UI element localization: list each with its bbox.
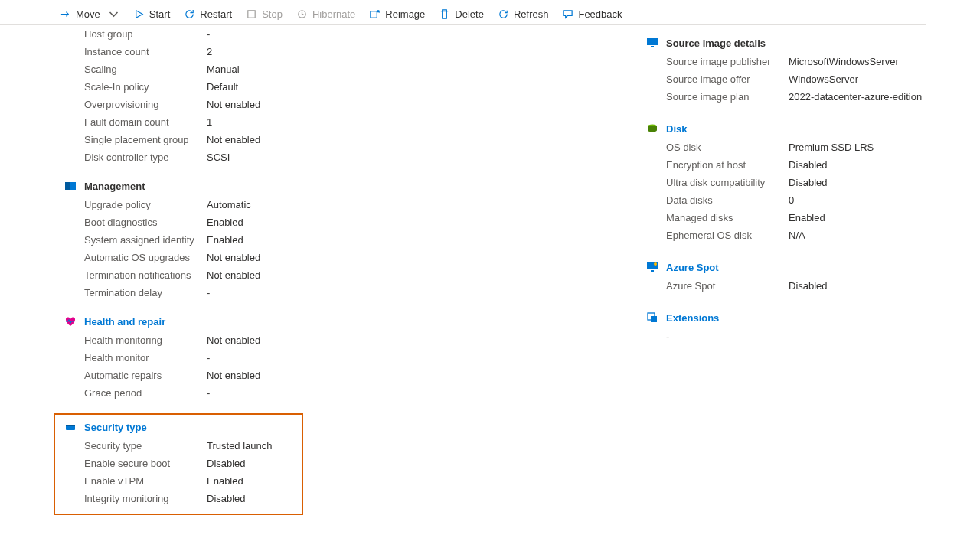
hibernate-icon [296,8,308,20]
right-column: Source image details Source image publis… [646,25,952,515]
section-title: Azure Spot [666,262,719,273]
management-icon [64,180,77,192]
svg-point-12 [654,262,657,266]
kv-row: Single placement groupNot enabled [64,131,616,148]
section-security[interactable]: Security type [64,421,292,433]
start-button[interactable]: Start [133,8,170,20]
svg-rect-4 [65,182,70,190]
move-icon [60,8,71,20]
stop-button: Stop [246,8,283,20]
kv-row: Azure SpotDisabled [646,277,952,295]
section-source-image: Source image details [646,37,952,49]
disk-icon [646,122,658,135]
security-icon [64,421,77,433]
content-columns: Host group- Instance count2 ScalingManua… [0,25,980,515]
kv-row: Health monitor- [64,349,616,367]
kv-row: Automatic OS upgradesNot enabled [64,249,616,266]
kv-row: Source image publisherMicrosoftWindowsSe… [646,53,952,70]
svg-rect-8 [651,46,654,47]
feedback-button[interactable]: Feedback [562,8,622,20]
kv-row: Instance count2 [64,43,616,60]
section-extensions[interactable]: Extensions [646,311,952,324]
section-title: Source image details [666,37,766,49]
svg-rect-14 [651,316,657,322]
kv-row: Disk controller typeSCSI [64,148,616,166]
kv-row: OverprovisioningNot enabled [64,96,616,113]
reimage-button[interactable]: Reimage [369,8,425,20]
hibernate-button: Hibernate [296,8,355,20]
kv-row: Source image plan2022-datacenter-azure-e… [646,88,952,106]
kv-row: Enable vTPMEnabled [64,472,292,490]
stop-icon [246,8,257,20]
kv-row: Encryption at hostDisabled [646,156,952,174]
label: Stop [262,8,283,20]
kv-row: Termination notificationsNot enabled [64,266,616,284]
kv-row: Termination delay- [64,284,616,302]
svg-rect-2 [371,11,377,18]
label: Delete [455,8,484,20]
label: Hibernate [312,8,355,20]
label: Start [149,8,170,20]
left-column: Host group- Instance count2 ScalingManua… [64,25,616,515]
label: Feedback [578,8,622,20]
restart-icon [184,8,195,20]
section-disk[interactable]: Disk [646,122,952,135]
heart-icon [64,315,77,328]
kv-row: Ultra disk compatibilityDisabled [646,174,952,191]
play-icon [133,8,145,20]
delete-icon [439,8,450,20]
extensions-icon [646,311,658,324]
kv-row: Automatic repairsNot enabled [64,367,616,384]
kv-row: Health monitoringNot enabled [64,331,616,349]
kv-row: Ephemeral OS diskN/A [646,227,952,244]
label: Restart [200,8,232,20]
section-health[interactable]: Health and repair [64,315,616,328]
monitor-icon [646,37,658,49]
kv-row: Grace period- [64,384,616,402]
kv-row: Scale-In policyDefault [64,78,616,96]
spot-icon [646,261,658,273]
kv-row: Source image offerWindowsServer [646,70,952,88]
kv-row: Enable secure bootDisabled [64,455,292,472]
section-title: Disk [666,123,687,135]
kv-row: System assigned identityEnabled [64,231,616,249]
move-button[interactable]: Move [60,8,119,20]
kv-row: Security typeTrusted launch [64,437,292,455]
svg-rect-6 [66,425,75,426]
label: Move [76,8,100,20]
kv-row: Fault domain count1 [64,113,616,131]
section-azure-spot[interactable]: Azure Spot [646,261,952,273]
chevron-down-icon [108,8,119,20]
security-type-highlight: Security type Security typeTrusted launc… [54,413,303,515]
kv-row: Managed disksEnabled [646,209,952,227]
kv-row: OS diskPremium SSD LRS [646,139,952,156]
kv-row: - [646,328,952,345]
label: Reimage [385,8,425,20]
kv-row: ScalingManual [64,60,616,78]
section-title: Health and repair [84,316,165,328]
kv-row: Upgrade policyAutomatic [64,196,616,214]
feedback-icon [562,8,573,20]
svg-rect-11 [651,270,654,272]
kv-row: Host group- [64,25,616,43]
command-bar: Move Start Restart Stop Hibernate Reimag… [0,4,926,25]
section-management: Management [64,180,616,192]
kv-row: Data disks0 [646,191,952,209]
kv-row: Boot diagnosticsEnabled [64,214,616,231]
section-title: Management [84,181,145,192]
refresh-button[interactable]: Refresh [498,8,549,20]
section-title: Security type [84,422,147,433]
restart-button[interactable]: Restart [184,8,232,20]
kv-row: Integrity monitoringDisabled [64,490,292,507]
svg-rect-0 [248,11,255,18]
reimage-icon [369,8,381,20]
delete-button[interactable]: Delete [439,8,484,20]
refresh-icon [498,8,509,20]
section-title: Extensions [666,312,719,324]
label: Refresh [514,8,549,20]
svg-rect-7 [647,38,658,45]
